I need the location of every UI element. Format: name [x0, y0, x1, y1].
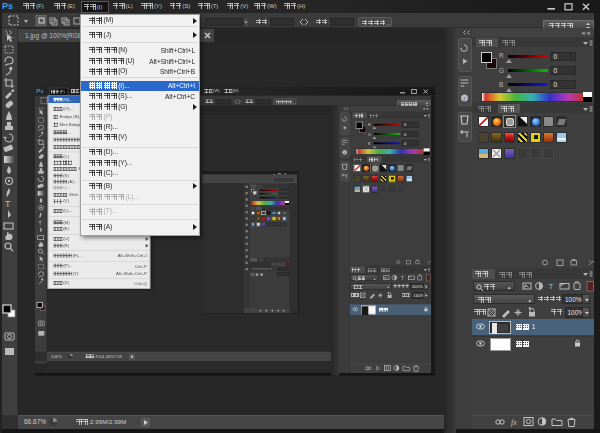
svg-text:T: T	[401, 275, 405, 281]
svg-text:fx: fx	[511, 418, 517, 427]
svg-text:i: i	[344, 150, 345, 155]
svg-text:T: T	[5, 199, 11, 209]
svg-text:T: T	[549, 282, 554, 291]
svg-text:fx: fx	[376, 365, 380, 371]
svg-text:T: T	[38, 220, 42, 226]
